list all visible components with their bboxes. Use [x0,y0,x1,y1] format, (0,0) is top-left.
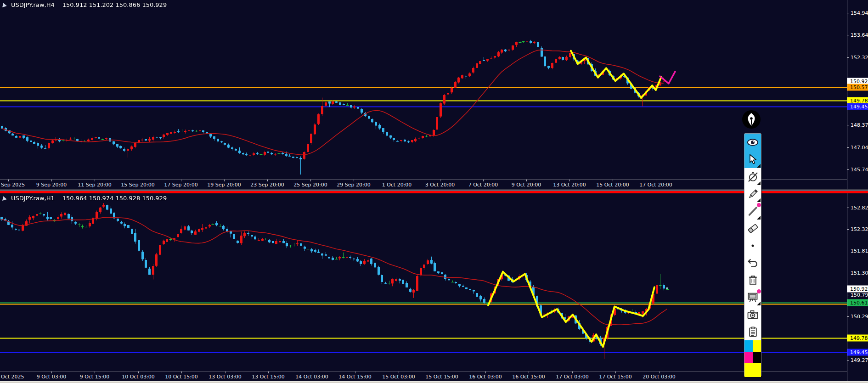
h1-chart-title: USDJPY.raw,H1150.964 150.974 150.928 150… [3,195,167,202]
price-axis-label: 151.814 [851,248,868,254]
h1-symbol-period: USDJPY.raw,H1 [11,195,55,202]
trash-icon [747,274,759,286]
price-axis-label: 151.304 [851,270,868,276]
chart-window-h4: USDJPY.raw,H4150.912 151.202 150.866 150… [0,0,868,189]
time-axis-label: 9 Oct 15:00 [80,374,110,380]
time-axis-label: 1 Oct 20:00 [382,182,412,188]
camera-icon [746,308,759,321]
time-axis-tick [485,372,486,373]
price-axis-label: 154.949 [851,10,868,16]
time-axis-label: 15 Oct 20:00 [596,182,629,188]
time-axis-label: 15 Oct 15:00 [425,374,458,380]
pencil-tool-button[interactable] [744,186,761,203]
color-swatch-row [744,352,761,363]
submenu-corner-icon [757,216,761,220]
time-axis-label: 7 Oct 20:00 [468,182,498,188]
time-axis-tick [310,180,311,181]
price-axis-tick [847,229,849,230]
color-swatch[interactable] [753,352,761,363]
h4-time-axis[interactable]: Sep 20259 Sep 20:0011 Sep 20:0015 Sep 20… [0,179,847,189]
color-swatch-row [744,340,761,352]
chart-symbol-icon [2,196,7,202]
time-axis-tick [397,180,397,181]
time-axis-tick [51,180,52,181]
trendline-tool-button[interactable] [744,203,761,220]
time-axis-tick [659,372,659,373]
submenu-corner-icon [757,181,761,185]
time-axis-label: Sep 2025 [1,182,25,188]
price-axis-tick [847,273,849,273]
time-axis-tick [95,372,95,373]
price-level-badge: 149.455 [847,103,868,110]
point-icon [747,240,758,251]
price-axis-tick [847,295,849,295]
price-level-badge: 150.929 [847,286,868,293]
price-level-badge: 150.579 [847,84,868,91]
color-swatch[interactable] [753,340,761,352]
clipboard-tool-button[interactable] [744,323,761,341]
h1-price-axis[interactable]: 152.824152.324151.814151.304150.794150.2… [847,191,868,381]
color-swatch[interactable] [744,340,753,352]
window-separator[interactable] [0,189,868,191]
price-axis-tick [847,125,849,125]
time-axis-label: Oct 2025 [1,374,24,380]
time-axis-tick [656,180,656,181]
time-axis-tick [442,372,442,373]
status-strip [0,381,868,383]
time-axis-label: 16 Oct 03:00 [469,374,502,380]
h4-chart-canvas[interactable] [0,0,847,179]
eraser-tool-button[interactable] [744,220,761,237]
time-axis-label: 23 Sep 20:00 [250,182,284,188]
price-axis-label: 153.649 [851,32,868,38]
time-axis-label: 13 Oct 03:00 [209,374,242,380]
color-swatch[interactable] [744,352,753,363]
price-axis-label: 150.794 [851,292,868,298]
time-axis-tick [8,180,9,181]
h1-time-axis[interactable]: Oct 20259 Oct 03:009 Oct 15:0010 Oct 03:… [0,371,847,381]
trash-tool-button[interactable] [744,271,761,289]
time-axis-tick [613,180,613,181]
active-window-accent [0,191,868,193]
eye-tool-button[interactable] [744,134,761,151]
price-axis-label: 152.824 [851,205,868,211]
price-axis-tick [847,208,849,208]
board-tool-button[interactable] [744,289,761,306]
chart-window-h1: USDJPY.raw,H1150.964 150.974 150.928 150… [0,191,868,381]
h1-ohlc-values: 150.964 150.974 150.928 150.929 [62,195,167,202]
price-axis-label: 152.324 [851,55,868,61]
time-axis-tick [224,180,225,181]
undo-tool-button[interactable] [744,254,761,272]
time-axis-label: 17 Oct 20:00 [639,182,672,188]
submenu-corner-icon [757,302,761,305]
eraser-icon [746,222,759,235]
time-axis-tick [268,372,269,373]
time-axis-label: 25 Sep 20:00 [293,182,327,188]
timer-off-tool-button[interactable] [744,168,761,186]
undo-icon [746,256,759,269]
camera-tool-button[interactable] [744,306,761,323]
price-axis-tick [847,13,849,13]
time-axis-tick [225,372,225,373]
cursor-tool-button[interactable] [744,151,761,169]
time-axis-label: 19 Sep 20:00 [207,182,241,188]
time-axis-label: 13 Oct 20:00 [553,182,586,188]
point-tool-button[interactable] [744,237,761,254]
h4-price-axis[interactable]: 154.949153.649152.324148.374147.049145.7… [847,0,868,189]
h4-price-axis-border [847,0,847,189]
time-axis-tick [526,180,527,181]
price-axis-tick [847,360,849,360]
time-axis-label: 14 Oct 03:00 [295,374,328,380]
pen-tool-badge[interactable] [742,110,761,129]
clipboard-icon [747,326,759,338]
time-axis-label: 17 Oct 15:00 [599,374,632,380]
time-axis-label: 15 Sep 20:00 [121,182,154,188]
h1-chart-canvas[interactable] [0,193,847,371]
trading-terminal: USDJPY.raw,H4150.912 151.202 150.866 150… [0,0,868,383]
time-axis-tick [572,372,573,373]
active-color-swatch[interactable] [744,363,761,377]
price-axis-label: 148.374 [851,122,868,128]
time-axis-label: 29 Sep 20:00 [337,182,370,188]
time-axis-label: 3 Oct 20:00 [425,182,455,188]
price-axis-tick [847,316,849,317]
time-axis-label: 11 Sep 20:00 [78,182,111,188]
